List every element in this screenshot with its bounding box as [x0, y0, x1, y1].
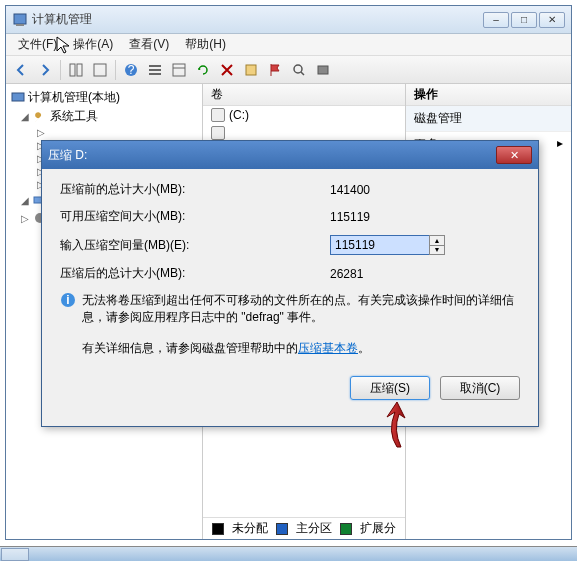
info-text: 无法将卷压缩到超出任何不可移动的文件所在的点。有关完成该操作时间的详细信息，请参…: [82, 292, 520, 326]
help-button[interactable]: ?: [120, 59, 142, 81]
menubar: 文件(F) 操作(A) 查看(V) 帮助(H): [6, 34, 571, 56]
maximize-button[interactable]: □: [511, 12, 537, 28]
actions-header: 操作: [406, 84, 571, 106]
tree-systools[interactable]: 系统工具: [50, 108, 98, 125]
taskbar-item[interactable]: [1, 548, 29, 561]
view-button[interactable]: [89, 59, 111, 81]
total-before-value: 141400: [330, 183, 450, 197]
shrink-amount-input[interactable]: [330, 235, 430, 255]
svg-rect-10: [173, 64, 185, 76]
spinner-up[interactable]: ▲: [430, 236, 444, 246]
legend-unalloc-icon: [212, 523, 224, 535]
legend-primary: 主分区: [296, 520, 332, 537]
legend: 未分配 主分区 扩展分: [203, 517, 405, 539]
total-after-label: 压缩后的总计大小(MB):: [60, 265, 330, 282]
shrink-amount-label: 输入压缩空间量(MB)(E):: [60, 237, 330, 254]
drive-icon: [211, 108, 225, 122]
close-button[interactable]: ✕: [539, 12, 565, 28]
dialog-close-button[interactable]: ✕: [496, 146, 532, 164]
svg-rect-1: [16, 24, 24, 26]
back-button[interactable]: [10, 59, 32, 81]
search-button[interactable]: [288, 59, 310, 81]
detail-button[interactable]: [168, 59, 190, 81]
legend-extended-icon: [340, 523, 352, 535]
expand-icon[interactable]: ▷: [20, 213, 30, 224]
taskbar[interactable]: [0, 546, 577, 561]
flag-button[interactable]: [264, 59, 286, 81]
svg-text:i: i: [66, 293, 69, 307]
expand-icon[interactable]: ▷: [36, 127, 46, 138]
refresh-button[interactable]: [192, 59, 214, 81]
detail-text: 有关详细信息，请参阅磁盘管理帮助中的压缩基本卷。: [82, 340, 370, 357]
list-button[interactable]: [144, 59, 166, 81]
chevron-right-icon: ▸: [557, 136, 563, 153]
expand-icon[interactable]: ◢: [20, 111, 30, 122]
drive-icon: [211, 126, 225, 140]
dialog-titlebar[interactable]: 压缩 D: ✕: [42, 141, 538, 169]
svg-rect-4: [94, 64, 106, 76]
menu-view[interactable]: 查看(V): [121, 34, 177, 55]
available-value: 115119: [330, 210, 450, 224]
tree-root[interactable]: 计算机管理(本地): [28, 89, 120, 106]
titlebar[interactable]: 计算机管理 – □ ✕: [6, 6, 571, 34]
svg-text:?: ?: [128, 63, 135, 77]
total-after-value: 26281: [330, 267, 450, 281]
available-label: 可用压缩空间大小(MB):: [60, 208, 330, 225]
detail-prefix: 有关详细信息，请参阅磁盘管理帮助中的: [82, 341, 298, 355]
actions-disk[interactable]: 磁盘管理: [406, 106, 571, 132]
delete-button[interactable]: [216, 59, 238, 81]
shrink-dialog: 压缩 D: ✕ 压缩前的总计大小(MB): 141400 可用压缩空间大小(MB…: [41, 140, 539, 427]
menu-help[interactable]: 帮助(H): [177, 34, 234, 55]
shrink-button[interactable]: 压缩(S): [350, 376, 430, 400]
wrench-icon: [32, 109, 48, 125]
detail-suffix: 。: [358, 341, 370, 355]
expand-icon[interactable]: ◢: [20, 195, 30, 206]
info-icon: i: [60, 292, 76, 308]
svg-rect-3: [77, 64, 82, 76]
properties-button[interactable]: [240, 59, 262, 81]
total-before-label: 压缩前的总计大小(MB):: [60, 181, 330, 198]
svg-point-13: [294, 65, 302, 73]
svg-rect-7: [149, 65, 161, 67]
cancel-button[interactable]: 取消(C): [440, 376, 520, 400]
toolbar: ?: [6, 56, 571, 84]
forward-button[interactable]: [34, 59, 56, 81]
svg-rect-2: [70, 64, 75, 76]
legend-extended: 扩展分: [360, 520, 396, 537]
svg-line-14: [301, 72, 304, 75]
legend-primary-icon: [276, 523, 288, 535]
svg-rect-0: [14, 14, 26, 24]
legend-unalloc: 未分配: [232, 520, 268, 537]
volume-header[interactable]: 卷: [203, 84, 405, 106]
spinner[interactable]: ▲▼: [429, 235, 445, 255]
window-title: 计算机管理: [32, 11, 483, 28]
volume-row-c[interactable]: (C:): [203, 106, 405, 124]
svg-rect-16: [12, 93, 24, 101]
shrink-help-link[interactable]: 压缩基本卷: [298, 341, 358, 355]
svg-rect-15: [318, 66, 328, 74]
config-button[interactable]: [312, 59, 334, 81]
svg-rect-9: [149, 73, 161, 75]
app-icon: [12, 12, 28, 28]
spinner-down[interactable]: ▼: [430, 246, 444, 255]
menu-action[interactable]: 操作(A): [65, 34, 121, 55]
minimize-button[interactable]: –: [483, 12, 509, 28]
computer-icon: [10, 90, 26, 106]
menu-file[interactable]: 文件(F): [10, 34, 65, 55]
volume-label: (C:): [229, 108, 249, 122]
dialog-title: 压缩 D:: [48, 147, 496, 164]
svg-rect-8: [149, 69, 161, 71]
svg-rect-12: [246, 65, 256, 75]
hide-tree-button[interactable]: [65, 59, 87, 81]
